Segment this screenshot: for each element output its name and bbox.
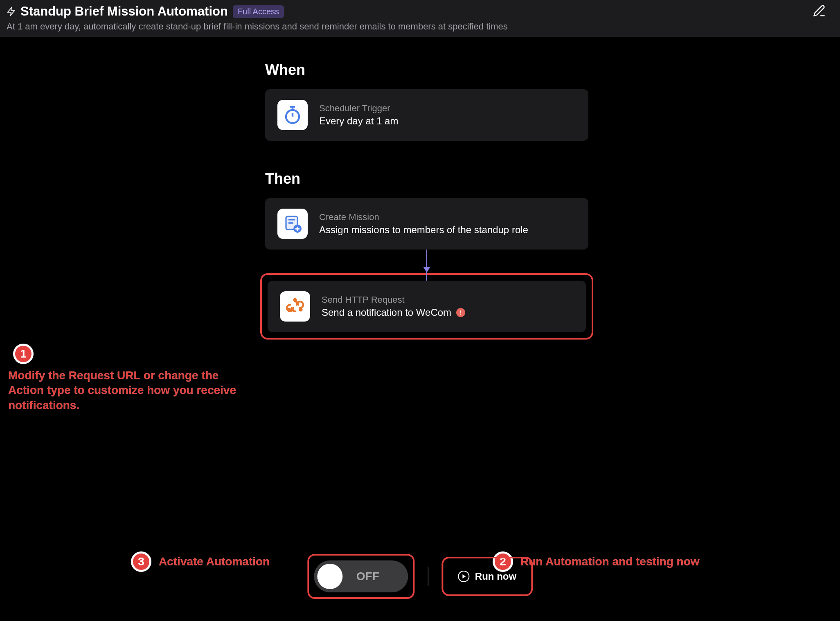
toggle-label: OFF (356, 570, 379, 583)
automation-title: Standup Brief Mission Automation (20, 4, 228, 19)
warning-icon: ! (456, 308, 465, 317)
play-icon (458, 571, 469, 582)
automation-subtitle: At 1 am every day, automatically create … (7, 21, 833, 32)
access-badge: Full Access (233, 5, 284, 18)
edit-button[interactable] (813, 4, 825, 18)
stopwatch-icon (277, 100, 308, 130)
action2-title: Send HTTP Request (322, 295, 465, 305)
automation-canvas: When Scheduler Trigger Every day at 1 am (0, 37, 840, 621)
svg-point-13 (288, 309, 291, 311)
annotation-callout-3: 3 Activate Automation (131, 551, 270, 572)
action2-desc: Send a notification to WeCom (322, 307, 451, 318)
action-card-http-request[interactable]: Send HTTP Request Send a notification to… (268, 281, 586, 332)
webhook-icon (280, 291, 310, 322)
trigger-title: Scheduler Trigger (319, 103, 398, 114)
document-plus-icon (277, 209, 308, 239)
annotation-badge-3: 3 (131, 551, 151, 572)
annotation-text-2: Run Automation and testing now (520, 554, 700, 569)
action-card-create-mission[interactable]: Create Mission Assign missions to member… (265, 198, 588, 250)
trigger-desc: Every day at 1 am (319, 115, 398, 127)
bottom-controls: OFF Run now (310, 556, 530, 596)
annotation-badge-1: 1 (13, 344, 34, 364)
run-now-label: Run now (475, 571, 516, 582)
when-label: When (265, 61, 588, 79)
svg-point-14 (300, 309, 302, 311)
action1-title: Create Mission (319, 212, 528, 223)
svg-marker-0 (8, 8, 15, 15)
trigger-card[interactable]: Scheduler Trigger Every day at 1 am (265, 89, 588, 141)
annotation-callout-1: 1 Modify the Request URL or change the A… (8, 344, 245, 413)
run-now-button[interactable]: Run now (448, 563, 526, 590)
annotation-text-1: Modify the Request URL or change the Act… (8, 368, 245, 413)
action1-desc: Assign missions to members of the standu… (319, 224, 528, 236)
header-bar: Standup Brief Mission Automation Full Ac… (0, 0, 840, 37)
activate-toggle[interactable]: OFF (314, 560, 408, 592)
controls-divider (428, 567, 428, 586)
toggle-knob (317, 564, 342, 589)
bolt-icon (7, 5, 16, 18)
annotation-text-3: Activate Automation (159, 554, 270, 569)
then-label: Then (265, 170, 588, 187)
svg-point-12 (294, 299, 296, 301)
